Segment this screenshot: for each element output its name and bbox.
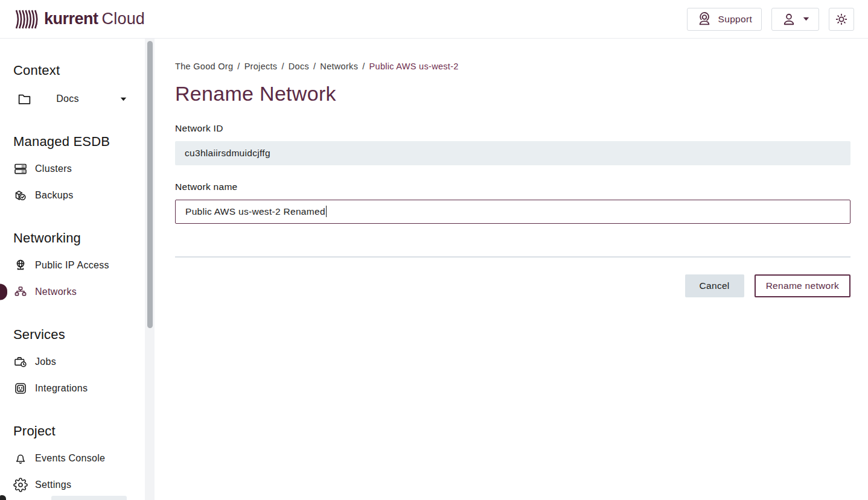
breadcrumb-separator: / <box>237 62 240 71</box>
kurrent-cloud-logo[interactable]: kurrentCloud <box>14 8 145 30</box>
sidebar-item-integrations[interactable]: Integrations <box>0 375 145 402</box>
breadcrumb-item-networks[interactable]: Networks <box>320 62 358 71</box>
sidebar-item-settings[interactable]: Settings <box>0 472 145 498</box>
network-id-value: cu3hlaiirsdmuidcjffg <box>185 148 270 159</box>
logo-brand-text: kurrent <box>44 10 98 28</box>
network-id-field: cu3hlaiirsdmuidcjffg <box>175 141 850 165</box>
network-id-label: Network ID <box>175 123 850 134</box>
sidebar-item-networks[interactable]: Networks <box>0 279 145 305</box>
sidebar-scrollbar-thumb[interactable] <box>147 41 153 328</box>
breadcrumb-item-org[interactable]: The Good Org <box>175 62 233 71</box>
form-actions: Cancel Rename network <box>175 274 850 297</box>
breadcrumb-separator: / <box>362 62 365 71</box>
support-agent-icon <box>697 11 712 27</box>
sidebar-section-context: Context <box>13 63 145 78</box>
sidebar-item-clusters[interactable]: Clusters <box>0 156 145 182</box>
top-header: kurrentCloud Support <box>0 0 868 39</box>
caret-down-icon <box>120 97 127 101</box>
network-name-input[interactable]: Public AWS us-west-2 Renamed <box>175 200 850 224</box>
backup-box-clock-icon <box>13 188 28 203</box>
text-cursor <box>326 206 327 217</box>
clusters-icon <box>13 162 28 176</box>
breadcrumb-separator: / <box>313 62 316 71</box>
breadcrumb: The Good Org / Projects / Docs / Network… <box>175 62 850 71</box>
logo-product-text: Cloud <box>102 10 145 28</box>
sidebar-cutoff-icon <box>0 495 6 500</box>
rename-network-button[interactable]: Rename network <box>755 274 850 297</box>
sidebar-item-label: Backups <box>35 190 73 201</box>
page-title: Rename Network <box>175 81 850 107</box>
breadcrumb-current: Public AWS us-west-2 <box>369 62 459 71</box>
sidebar-section-managed-esdb: Managed ESDB <box>13 134 145 150</box>
briefcase-clock-icon <box>13 355 28 369</box>
sidebar-item-public-ip-access[interactable]: Public IP Access <box>0 252 145 279</box>
main-content: The Good Org / Projects / Docs / Network… <box>155 39 868 500</box>
support-button-label: Support <box>718 14 752 25</box>
sidebar-nav: Context Docs Managed ESDB <box>0 39 145 500</box>
outlet-icon <box>13 381 28 396</box>
theme-toggle-button[interactable] <box>829 8 854 31</box>
sidebar-item-backups[interactable]: Backups <box>0 182 145 209</box>
breadcrumb-separator: / <box>281 62 284 71</box>
context-selector-label: Docs <box>32 93 103 104</box>
bell-icon <box>13 451 28 466</box>
cancel-button[interactable]: Cancel <box>685 274 744 297</box>
breadcrumb-item-projects[interactable]: Projects <box>244 62 278 71</box>
support-button[interactable]: Support <box>687 8 762 31</box>
sidebar-item-label: Jobs <box>35 356 56 367</box>
sidebar-item-label: Clusters <box>35 163 72 174</box>
sidebar-item-label: Integrations <box>35 383 88 394</box>
sidebar-section-project: Project <box>13 423 145 439</box>
network-name-value: Public AWS us-west-2 Renamed <box>185 206 325 217</box>
sidebar-item-label: Events Console <box>35 453 105 464</box>
sidebar-section-networking: Networking <box>13 230 145 246</box>
breadcrumb-item-docs[interactable]: Docs <box>289 62 309 71</box>
sidebar-item-events-console[interactable]: Events Console <box>0 445 145 472</box>
globe-stand-icon <box>13 258 28 273</box>
sound-waves-icon <box>14 8 40 30</box>
network-tree-icon <box>13 285 28 299</box>
sidebar-item-label: Networks <box>35 286 77 297</box>
user-icon <box>781 11 797 27</box>
sidebar-item-jobs[interactable]: Jobs <box>0 349 145 375</box>
gear-icon <box>13 478 28 492</box>
sun-icon <box>834 11 849 27</box>
caret-down-icon <box>803 17 809 21</box>
network-name-label: Network name <box>175 182 850 192</box>
context-selector-docs[interactable]: Docs <box>0 86 145 112</box>
active-item-indicator <box>0 284 7 300</box>
sidebar-cutoff-item <box>51 496 127 500</box>
sidebar-section-services: Services <box>13 327 145 343</box>
folder-icon <box>17 92 32 107</box>
sidebar-item-label: Public IP Access <box>35 260 109 271</box>
account-menu-button[interactable] <box>771 8 819 31</box>
sidebar-item-label: Settings <box>35 479 71 490</box>
form-divider <box>175 256 850 258</box>
sidebar-scrollbar-track <box>145 39 155 500</box>
